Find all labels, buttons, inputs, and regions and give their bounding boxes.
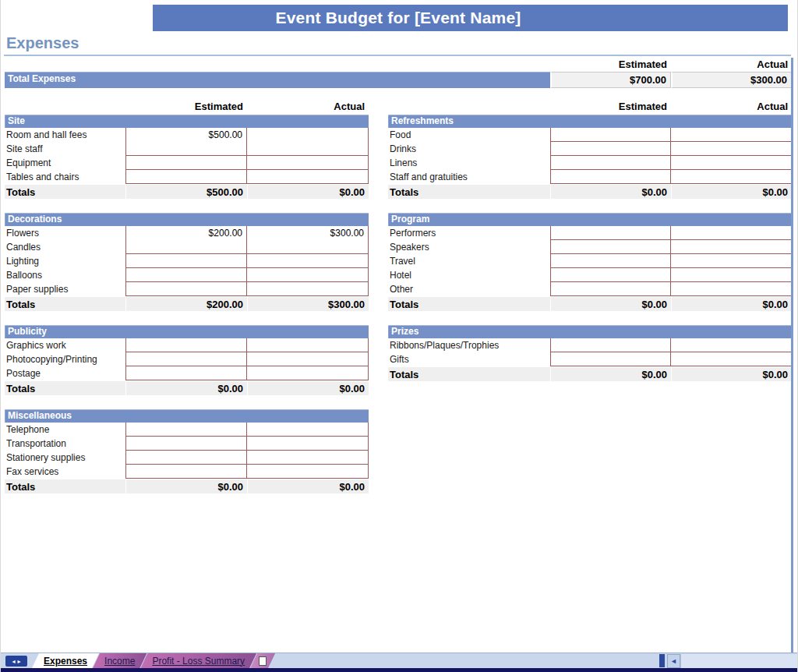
totals-estimated-cell[interactable]: $0.00 — [125, 479, 247, 494]
row-label: Food — [388, 128, 550, 142]
tab-income[interactable]: Income — [93, 653, 147, 668]
totals-estimated-cell[interactable]: $0.00 — [550, 367, 671, 382]
actual-cell[interactable] — [247, 128, 369, 143]
tab-split-handle[interactable] — [659, 654, 665, 667]
actual-cell[interactable] — [671, 142, 792, 156]
estimated-cell[interactable] — [125, 240, 247, 254]
actual-cell[interactable]: $300.00 — [247, 226, 369, 241]
estimated-cell[interactable] — [550, 226, 671, 240]
sheet-icon — [259, 656, 267, 666]
estimated-cell[interactable] — [550, 156, 671, 170]
estimated-cell[interactable] — [550, 268, 671, 282]
actual-cell[interactable] — [247, 451, 369, 465]
hscroll-left-button[interactable]: ◄ — [667, 654, 680, 668]
actual-cell[interactable] — [247, 366, 369, 380]
estimated-cell[interactable] — [125, 366, 247, 380]
category-header-site: Site — [5, 115, 369, 128]
estimated-cell[interactable] — [125, 338, 247, 352]
totals-actual-cell[interactable]: $0.00 — [671, 367, 792, 382]
actual-cell[interactable] — [247, 254, 369, 268]
actual-cell[interactable] — [247, 240, 369, 254]
estimated-cell[interactable] — [550, 240, 671, 254]
estimated-cell[interactable] — [550, 282, 671, 296]
estimated-cell[interactable] — [125, 437, 247, 451]
total-expenses-actual-cell[interactable]: $300.00 — [671, 72, 792, 88]
estimated-cell[interactable] — [550, 254, 671, 268]
estimated-cell[interactable] — [125, 268, 247, 282]
estimated-cell[interactable] — [125, 254, 247, 268]
estimated-cell[interactable] — [125, 451, 247, 465]
estimated-cell[interactable] — [550, 142, 671, 156]
actual-cell[interactable] — [247, 437, 369, 451]
actual-cell[interactable] — [671, 282, 792, 296]
table-row: Staff and gratuities — [388, 170, 792, 184]
actual-cell[interactable] — [671, 156, 792, 170]
budget-table-refreshments: EstimatedActualRefreshmentsFoodDrinksLin… — [388, 99, 792, 199]
row-label: Lighting — [5, 254, 125, 268]
actual-cell[interactable] — [671, 226, 792, 240]
actual-cell[interactable] — [247, 282, 369, 296]
hscroll-left-icon: ◄ — [670, 657, 677, 665]
estimated-cell[interactable]: $500.00 — [125, 128, 247, 143]
totals-estimated-cell[interactable]: $500.00 — [125, 185, 247, 200]
row-label: Paper supplies — [5, 282, 125, 296]
actual-cell[interactable] — [247, 170, 369, 184]
tab-profit-loss-summary[interactable]: Profit - Loss Summary — [140, 653, 256, 668]
totals-estimated-cell[interactable]: $200.00 — [125, 297, 247, 312]
actual-cell[interactable] — [671, 268, 792, 282]
tab-scroll-right-icon[interactable]: ▸ — [18, 658, 21, 665]
category-header-prizes: Prizes — [388, 325, 792, 338]
actual-cell[interactable] — [247, 465, 369, 479]
actual-cell[interactable] — [671, 254, 792, 268]
actual-cell[interactable] — [671, 170, 792, 184]
actual-cell[interactable] — [671, 240, 792, 254]
tab-expenses[interactable]: Expenses — [32, 653, 99, 668]
left-column: EstimatedActualSiteRoom and hall fees$50… — [5, 99, 369, 508]
actual-cell[interactable] — [671, 128, 792, 142]
table-row: Drinks — [388, 142, 792, 156]
tab-label: Expenses — [44, 656, 87, 667]
estimated-cell[interactable]: $200.00 — [125, 226, 247, 241]
actual-cell[interactable] — [247, 352, 369, 366]
row-label: Ribbons/Plaques/Trophies — [388, 338, 550, 352]
estimated-cell[interactable] — [125, 465, 247, 479]
estimated-cell[interactable] — [125, 170, 247, 184]
estimated-cell[interactable] — [550, 352, 671, 366]
table-row: Food — [388, 128, 792, 142]
totals-actual-cell[interactable]: $0.00 — [247, 381, 369, 396]
table-row: Performers — [388, 226, 792, 240]
estimated-cell[interactable] — [550, 338, 671, 352]
estimated-cell[interactable] — [550, 170, 671, 184]
estimated-cell[interactable] — [125, 352, 247, 366]
estimated-cell[interactable] — [125, 423, 247, 437]
totals-label: Totals — [5, 381, 125, 396]
estimated-cell[interactable] — [125, 142, 247, 156]
totals-actual-cell[interactable]: $0.00 — [671, 297, 792, 312]
estimated-column-header: Estimated — [125, 99, 247, 115]
tab-scroll-buttons[interactable]: ◂ ▸ — [5, 656, 27, 667]
totals-estimated-cell[interactable]: $0.00 — [550, 297, 671, 312]
estimated-cell[interactable] — [125, 156, 247, 170]
actual-cell[interactable] — [671, 352, 792, 366]
total-expenses-estimated-cell[interactable]: $700.00 — [550, 72, 671, 88]
column-headers: EstimatedActual — [388, 99, 792, 115]
estimated-cell[interactable] — [550, 128, 671, 142]
actual-cell[interactable] — [671, 338, 792, 352]
totals-actual-cell[interactable]: $0.00 — [671, 185, 792, 200]
totals-estimated-cell[interactable]: $0.00 — [550, 185, 671, 200]
actual-cell[interactable] — [247, 156, 369, 170]
row-label: Other — [388, 282, 550, 296]
totals-actual-cell[interactable]: $300.00 — [247, 297, 369, 312]
estimated-cell[interactable] — [125, 282, 247, 296]
actual-cell[interactable] — [247, 423, 369, 437]
totals-actual-cell[interactable]: $0.00 — [247, 185, 369, 200]
column-header-spacer — [5, 99, 125, 115]
row-label: Linens — [388, 156, 550, 170]
tab-scroll-left-icon[interactable]: ◂ — [12, 658, 15, 665]
totals-actual-cell[interactable]: $0.00 — [247, 479, 369, 494]
actual-cell[interactable] — [247, 338, 369, 352]
hscroll-track[interactable] — [680, 654, 797, 668]
totals-estimated-cell[interactable]: $0.00 — [125, 381, 247, 396]
actual-cell[interactable] — [247, 268, 369, 282]
actual-cell[interactable] — [247, 142, 369, 156]
